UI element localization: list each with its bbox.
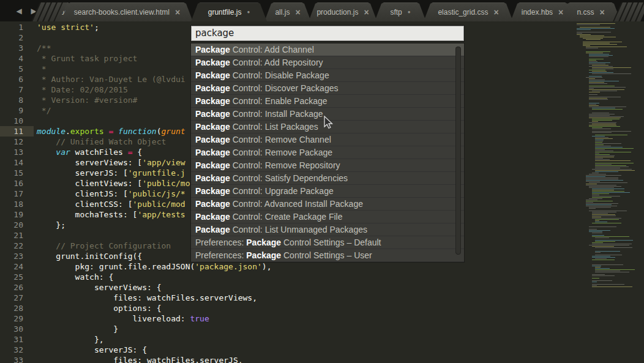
- tab-close-icon[interactable]: ×: [364, 8, 369, 17]
- palette-query-text: package: [195, 28, 234, 39]
- tab-close-icon[interactable]: ×: [599, 8, 604, 17]
- line-number: 33: [0, 355, 34, 363]
- code-line[interactable]: 24 pkg: grunt.file.readJSON('package.jso…: [0, 261, 575, 272]
- tab-close-icon[interactable]: ×: [295, 8, 300, 17]
- tab-label: sftp: [390, 8, 402, 17]
- palette-item[interactable]: Package Control: Create Package File: [191, 211, 464, 223]
- tab-label: n.css: [577, 8, 594, 17]
- code-line[interactable]: 30 }: [0, 324, 575, 334]
- tab-sftp[interactable]: sftp●: [375, 2, 426, 21]
- line-number: 3: [0, 43, 34, 53]
- line-number: 23: [0, 251, 34, 261]
- tab-label: search-books.client.view.html: [74, 8, 170, 17]
- palette-item[interactable]: Package Control: Add Repository: [191, 56, 464, 69]
- tab-label: gruntfile.js: [208, 8, 242, 17]
- tab-bar: ◀ ▶ bosearch-books.client.view.html×grun…: [0, 0, 644, 21]
- line-number: 6: [0, 74, 34, 84]
- line-number: 10: [0, 116, 34, 126]
- code-line[interactable]: 32 serverJS: {: [0, 345, 575, 355]
- code-line[interactable]: 31 },: [0, 334, 575, 345]
- tab-close-icon[interactable]: ×: [175, 8, 180, 17]
- line-number: 4: [0, 53, 34, 64]
- code-line[interactable]: 26 serverViews: {: [0, 282, 575, 293]
- palette-item[interactable]: Package Control: Advanced Install Packag…: [191, 198, 464, 211]
- line-number: 15: [0, 168, 34, 178]
- tab-close-icon[interactable]: ×: [558, 8, 563, 17]
- palette-item[interactable]: Package Control: Remove Channel: [191, 133, 464, 146]
- palette-item[interactable]: Package Control: Remove Package: [191, 146, 464, 159]
- line-number: 31: [0, 334, 34, 345]
- line-number: 25: [0, 272, 34, 282]
- tab-close-icon[interactable]: ×: [493, 8, 498, 17]
- palette-item[interactable]: Package Control: Discover Packages: [191, 82, 464, 95]
- line-number: 30: [0, 324, 34, 334]
- line-number: 12: [0, 137, 34, 147]
- code-line[interactable]: 27 files: watchFiles.serverViews,: [0, 293, 575, 303]
- line-number: 2: [0, 32, 34, 43]
- tab-stack-left[interactable]: [36, 2, 64, 21]
- code-line[interactable]: 33 files: watchFiles.serverJS,: [0, 355, 575, 363]
- line-number: 5: [0, 64, 34, 74]
- tab-label: all.js: [275, 8, 290, 17]
- tab-label: elastic_grid.css: [438, 8, 488, 17]
- mouse-cursor: [321, 114, 334, 130]
- palette-item[interactable]: Preferences: Package Control Settings – …: [191, 249, 464, 262]
- line-number: 1: [0, 22, 34, 32]
- tab-label: index.hbs: [522, 8, 553, 17]
- palette-item[interactable]: Package Control: Disable Package: [191, 69, 464, 82]
- line-number: 28: [0, 303, 34, 313]
- code-line[interactable]: 29 livereload: true: [0, 313, 575, 324]
- tab-elastic_grid.css[interactable]: elastic_grid.css×: [424, 2, 513, 21]
- line-number: 14: [0, 157, 34, 168]
- line-number: 8: [0, 95, 34, 105]
- line-number: 7: [0, 84, 34, 95]
- sublime-text-window: ◀ ▶ bosearch-books.client.view.html×grun…: [0, 0, 644, 363]
- palette-item[interactable]: Package Control: Upgrade Package: [191, 185, 464, 198]
- command-palette-input[interactable]: package: [191, 26, 464, 41]
- line-number: 16: [0, 178, 34, 189]
- line-number: 32: [0, 345, 34, 355]
- tab-stack-right[interactable]: [617, 2, 644, 21]
- line-number: 22: [0, 241, 34, 251]
- line-number: 11: [0, 126, 34, 137]
- tab-label: production.js: [316, 8, 358, 17]
- palette-item[interactable]: Preferences: Package Control Settings – …: [191, 236, 464, 249]
- palette-scrollbar[interactable]: [455, 47, 461, 255]
- line-number: 9: [0, 105, 34, 116]
- line-number: 20: [0, 220, 34, 230]
- line-number: 26: [0, 282, 34, 293]
- line-number: 24: [0, 261, 34, 272]
- palette-item[interactable]: Package Control: Add Channel: [191, 43, 464, 56]
- tab-all.js[interactable]: all.js×: [264, 2, 311, 21]
- line-number: 13: [0, 147, 34, 157]
- code-line[interactable]: 25 watch: {: [0, 272, 575, 282]
- nav-back-button[interactable]: ◀: [13, 6, 24, 17]
- palette-item[interactable]: Package Control: Enable Package: [191, 95, 464, 108]
- line-number: 17: [0, 189, 34, 199]
- line-number: 27: [0, 293, 34, 303]
- line-number: 29: [0, 313, 34, 324]
- line-number: 18: [0, 199, 34, 209]
- command-palette-results: Package Control: Add ChannelPackage Cont…: [191, 43, 464, 262]
- palette-item[interactable]: Package Control: Remove Repository: [191, 159, 464, 172]
- tab-production.js[interactable]: production.js×: [309, 2, 377, 21]
- minimap[interactable]: [574, 23, 644, 311]
- command-palette: package Package Control: Add ChannelPack…: [191, 26, 464, 262]
- palette-item[interactable]: Package Control: Satisfy Dependencies: [191, 172, 464, 185]
- line-number: 19: [0, 209, 34, 220]
- code-line[interactable]: 28 options: {: [0, 303, 575, 313]
- tab-modified-dot-icon: ●: [247, 10, 250, 15]
- tab-modified-dot-icon: ●: [408, 10, 411, 15]
- line-number: 21: [0, 230, 34, 241]
- tab-index.hbs[interactable]: index.hbs×: [511, 2, 574, 21]
- tab-gruntfile.js[interactable]: gruntfile.js●: [191, 2, 267, 21]
- tab-search-books.client.view.html[interactable]: search-books.client.view.html×: [61, 2, 193, 21]
- palette-item[interactable]: Package Control: List Unmanaged Packages: [191, 223, 464, 236]
